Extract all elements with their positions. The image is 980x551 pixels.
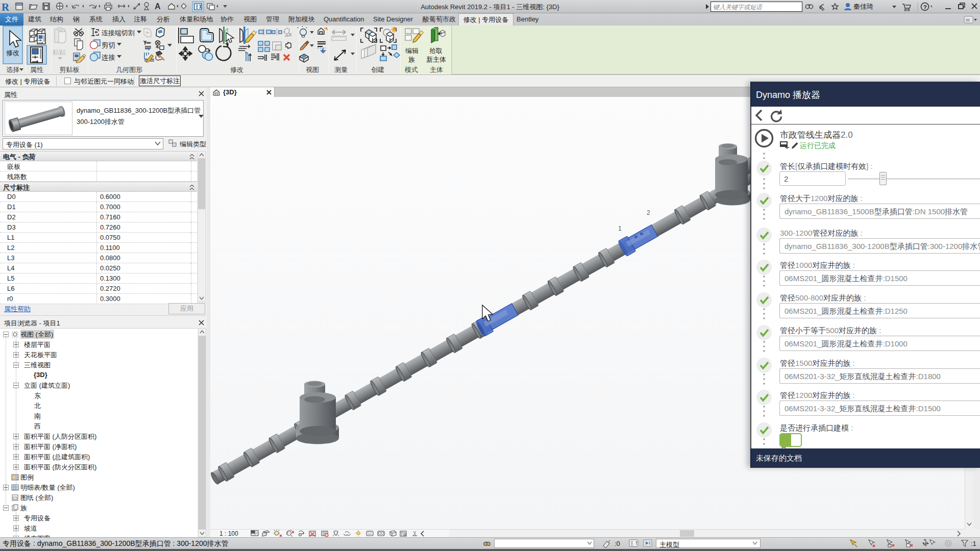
svg-text::1: :1: [971, 540, 976, 547]
svg-text:编辑: 编辑: [405, 47, 419, 55]
svg-text:新主体: 新主体: [426, 56, 446, 63]
svg-text:族: 族: [408, 56, 415, 63]
svg-text:剪切: 剪切: [102, 41, 115, 49]
svg-text:2: 2: [647, 209, 650, 216]
svg-text:拾取: 拾取: [429, 47, 443, 55]
svg-text:R: R: [2, 1, 10, 13]
svg-text:w: w: [146, 40, 150, 45]
svg-text:粘贴: 粘贴: [53, 48, 66, 56]
svg-text:A: A: [155, 2, 161, 11]
svg-text:修改: 修改: [6, 49, 19, 57]
svg-text::0: :0: [615, 540, 620, 547]
svg-text:?: ?: [923, 4, 927, 10]
svg-text:1: 1: [618, 225, 622, 232]
svg-text:秦佳琦: 秦佳琦: [853, 3, 873, 10]
svg-text:连接端切割: 连接端切割: [102, 29, 135, 37]
svg-text:连接: 连接: [102, 54, 115, 61]
